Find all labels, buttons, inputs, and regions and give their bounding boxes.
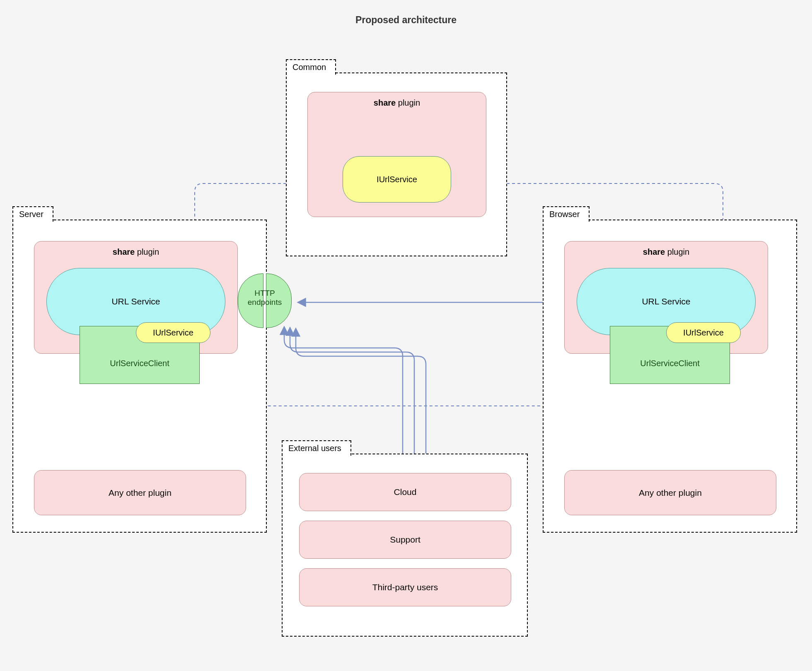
group-browser-label: Browser (543, 206, 590, 222)
share-plugin-server-title: share plugin (34, 241, 237, 257)
group-server-label: Server (12, 206, 53, 222)
share-plugin-common-title: share plugin (308, 92, 486, 108)
diagram-canvas: Proposed architecture Common share plugi… (0, 0, 812, 671)
group-external: External users Cloud Support Third-party… (282, 454, 528, 637)
group-common: Common share plugin IUrlService (286, 72, 507, 256)
iurlservice-browser: IUrlService (666, 322, 741, 343)
group-common-label: Common (286, 59, 336, 75)
any-other-plugin-browser: Any other plugin (564, 470, 776, 515)
group-browser: Browser share plugin URL Service UrlServ… (543, 220, 797, 533)
external-cloud: Cloud (299, 473, 511, 511)
diagram-title: Proposed architecture (0, 14, 812, 26)
iurlservice-server: IUrlService (136, 322, 210, 343)
group-external-label: External users (282, 440, 351, 456)
iurlservice-common: IUrlService (343, 156, 451, 203)
external-support: Support (299, 521, 511, 559)
http-endpoints-label: HTTPendpoints (238, 289, 292, 307)
group-server: Server share plugin URL Service UrlServi… (12, 220, 267, 533)
external-third-party: Third-party users (299, 568, 511, 606)
share-plugin-browser-title: share plugin (565, 241, 768, 257)
any-other-plugin-server: Any other plugin (34, 470, 246, 515)
